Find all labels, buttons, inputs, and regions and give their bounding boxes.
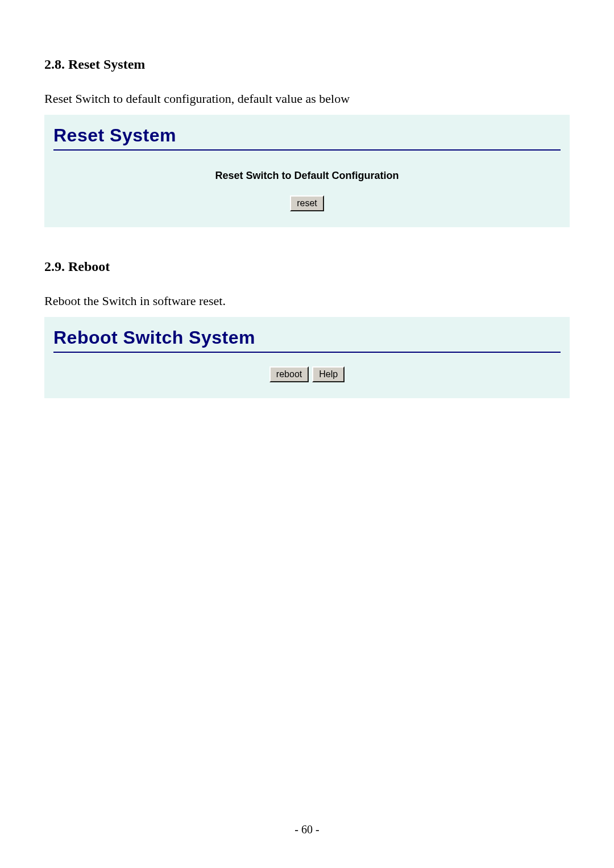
panel-divider <box>53 352 561 353</box>
section-heading-reset-system: 2.8. Reset System <box>44 57 570 72</box>
reboot-switch-panel: Reboot Switch System reboot Help <box>44 317 570 398</box>
panel-divider <box>53 149 561 151</box>
page-number: - 60 - <box>0 823 614 836</box>
section-body-reboot: Reboot the Switch in software reset. <box>44 293 570 310</box>
panel-title-reboot: Reboot Switch System <box>52 325 562 352</box>
panel-title-reset-system: Reset System <box>52 123 562 149</box>
reset-system-panel: Reset System Reset Switch to Default Con… <box>44 115 570 227</box>
reboot-button[interactable]: reboot <box>269 366 309 382</box>
reset-button[interactable]: reset <box>290 195 324 211</box>
help-button[interactable]: Help <box>312 366 345 382</box>
panel-subheading-reset: Reset Switch to Default Configuration <box>52 170 562 182</box>
section-body-reset-system: Reset Switch to default configuration, d… <box>44 90 570 108</box>
section-heading-reboot: 2.9. Reboot <box>44 259 570 274</box>
